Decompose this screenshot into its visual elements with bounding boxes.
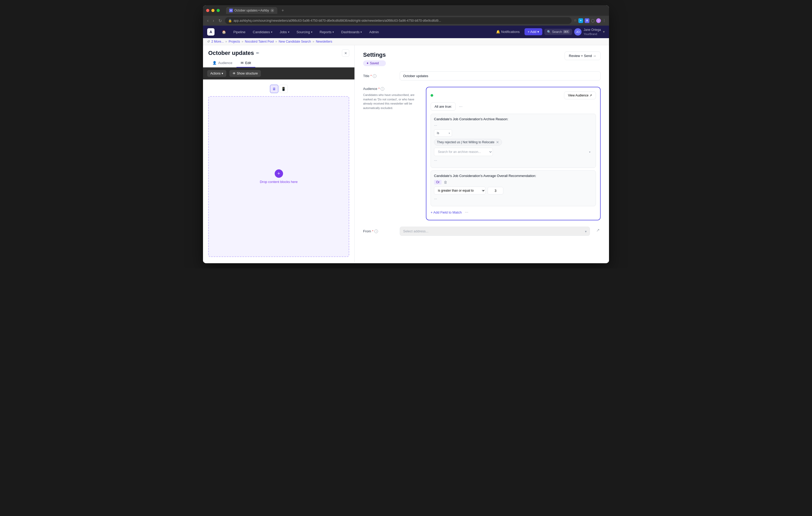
actions-btn[interactable]: Actions ▾	[207, 70, 226, 77]
nav-candidates[interactable]: Candidates ▾	[250, 29, 276, 35]
breadcrumb-pool[interactable]: Nocobird Talent Pool	[245, 40, 274, 43]
panel-toolbar: Actions ▾ 👁 Show structure	[203, 67, 354, 80]
all-are-true-row: All are true: ···	[431, 102, 596, 111]
traffic-light-yellow[interactable]	[211, 9, 214, 12]
extension-icon2[interactable]: A	[585, 18, 589, 23]
user-avatar[interactable]: JO	[574, 28, 582, 35]
filter1-operator-select[interactable]: is is not	[434, 129, 452, 137]
settings-title: Settings	[363, 52, 386, 58]
search-kbd: ⌘K	[563, 30, 570, 33]
nav-home[interactable]: 🏠	[219, 29, 229, 35]
or-row: Or 🗑	[434, 180, 592, 185]
filter1-tag-remove[interactable]: ✕	[496, 140, 499, 144]
breadcrumb-search[interactable]: New Candidate Search	[279, 40, 311, 43]
view-audience-btn[interactable]: View Audience ↗	[564, 91, 596, 99]
filter2-delete-icon[interactable]: 🗑	[444, 180, 447, 184]
add-label: + Add	[528, 30, 536, 34]
extension-icon3[interactable]: ⬡	[591, 18, 594, 23]
browser-tab[interactable]: A October updates • Ashby ✕	[226, 7, 277, 14]
forward-btn[interactable]: ›	[212, 17, 215, 24]
refresh-btn[interactable]: ↻	[218, 17, 223, 24]
from-info-icon[interactable]: i	[374, 230, 378, 233]
filter1-operator-row: is is not	[434, 129, 592, 137]
traffic-light-green[interactable]	[216, 9, 220, 12]
title-required: *	[370, 74, 372, 78]
nav-jobs[interactable]: Jobs ▾	[277, 29, 292, 35]
nav-right: 🔔 Notifications + Add ▾ 🔍 Search ⌘K JO J…	[493, 28, 605, 36]
nav-admin[interactable]: Admin	[366, 29, 382, 35]
filter2-bottom-ellipsis[interactable]: ···	[434, 196, 592, 201]
tab-edit[interactable]: ✉ Edit	[236, 59, 255, 67]
show-structure-label: Show structure	[237, 72, 258, 75]
nav-dashboards[interactable]: Dashboards ▾	[338, 29, 365, 35]
jobs-chevron: ▾	[288, 31, 289, 33]
from-form-row: From * i Select address... ↗	[363, 226, 601, 236]
tab-close-btn[interactable]: ✕	[270, 9, 274, 12]
title-info-icon[interactable]: i	[373, 74, 376, 78]
filter1-search-row: Search for an archive reason...	[434, 148, 592, 156]
tab-audience[interactable]: 👤 Audience	[208, 59, 236, 67]
new-tab-btn[interactable]: +	[282, 8, 284, 13]
admin-label: Admin	[369, 30, 379, 34]
audience-info-icon[interactable]: i	[381, 87, 384, 91]
sourcing-label: Sourcing	[297, 30, 310, 34]
audience-box: View Audience ↗ All are true: ··· Candid…	[426, 87, 601, 220]
content-canvas[interactable]: + Drop content blocks here	[208, 96, 349, 257]
traffic-light-red[interactable]	[206, 9, 209, 12]
address-bar[interactable]: 🔒 app.ashbyhq.com/sourcing/newsletters/a…	[225, 17, 572, 24]
edit-title-icon[interactable]: ✏	[256, 51, 259, 55]
dashboards-label: Dashboards	[341, 30, 359, 34]
filter1-search-select[interactable]: Search for an archive reason...	[434, 148, 493, 156]
nav-pipeline[interactable]: Pipeline	[230, 29, 249, 35]
desktop-view-btn[interactable]: 🖥	[270, 85, 278, 93]
device-toggles: 🖥 📱	[270, 85, 288, 93]
extension-icon1[interactable]: ✦	[578, 18, 583, 23]
add-button[interactable]: + Add ▾	[524, 28, 543, 35]
back-btn[interactable]: ‹	[206, 17, 209, 24]
bookmark-icon[interactable]: ☆	[574, 18, 577, 23]
nav-sourcing[interactable]: Sourcing ▾	[293, 29, 316, 35]
close-panel-btn[interactable]: ✕	[342, 50, 349, 57]
filter1-bottom-ellipsis[interactable]: ···	[434, 158, 592, 162]
canvas-area: 🖥 📱 + Drop content blocks here	[203, 80, 354, 262]
profile-icon[interactable]: J	[596, 18, 601, 23]
left-panel: October updates ✏ ✕ 👤 Audience ✉ Edit Ac…	[203, 45, 355, 262]
candidates-chevron: ▾	[271, 31, 272, 33]
from-select[interactable]: Select address...	[400, 226, 590, 236]
or-badge: Or	[434, 180, 442, 185]
all-are-true-ellipsis[interactable]: ···	[458, 103, 463, 110]
reports-label: Reports	[320, 30, 332, 34]
show-structure-btn[interactable]: 👁 Show structure	[229, 70, 261, 77]
from-label-text: From	[363, 229, 371, 233]
breadcrumb-sep3: »	[276, 40, 277, 43]
filter1-ellipsis[interactable]: ···	[434, 123, 592, 127]
add-field-btn[interactable]: + Add Field to Match	[431, 210, 462, 214]
filter2-value-input[interactable]	[488, 187, 503, 194]
filter2-gte-row: is greater than or equal to is less than…	[434, 187, 592, 194]
audience-required: *	[378, 87, 380, 91]
breadcrumb-newsletters[interactable]: Newsletters	[316, 40, 332, 43]
menu-icon[interactable]: ⋮	[603, 18, 606, 23]
tab-audience-label: Audience	[218, 61, 232, 65]
audience-description: Candidates who have unsubscribed, are ma…	[363, 93, 420, 110]
add-field-ellipsis[interactable]: ···	[464, 209, 469, 216]
filter1-tag-pill: They rejected us | Not Willing to Reloca…	[434, 139, 502, 146]
breadcrumb-more[interactable]: 2 More...	[211, 40, 224, 43]
search-button[interactable]: 🔍 Search ⌘K	[544, 29, 572, 35]
user-info[interactable]: Jane Ortega YourBrand	[584, 28, 601, 36]
audience-status-dot	[431, 94, 433, 97]
notifications-btn[interactable]: 🔔 Notifications	[493, 28, 522, 35]
user-chevron[interactable]: ▾	[603, 30, 605, 34]
notifications-label: Notifications	[501, 30, 520, 34]
title-input[interactable]	[400, 71, 601, 81]
right-panel: Settings ✦ Saved Review + Send → Title *…	[355, 45, 609, 262]
nav-reports[interactable]: Reports ▾	[317, 29, 337, 35]
breadcrumb-history-icon[interactable]: ↺	[207, 40, 210, 43]
app-logo[interactable]: A	[207, 28, 214, 35]
mobile-view-btn[interactable]: 📱	[280, 85, 288, 93]
filter2-gte-select[interactable]: is greater than or equal to is less than…	[434, 187, 486, 194]
breadcrumb-projects[interactable]: Projects	[229, 40, 240, 43]
from-external-link-icon[interactable]: ↗	[595, 226, 601, 234]
review-send-btn[interactable]: Review + Send →	[564, 52, 601, 60]
saved-label: Saved	[370, 61, 379, 65]
